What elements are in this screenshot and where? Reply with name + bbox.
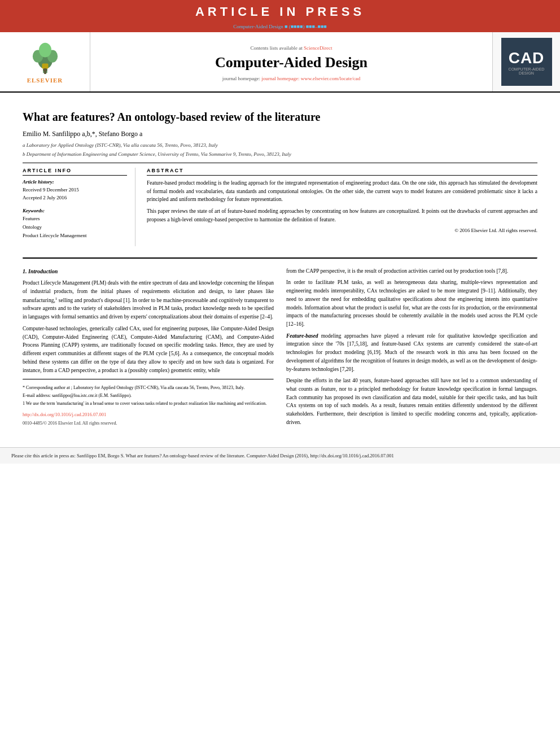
paper-title: What are features? An ontology-based rev… [23, 110, 537, 124]
body-col-right: from the CAPP perspective, it is the res… [286, 267, 537, 430]
footnote-1: 1 We use the term 'manufacturing' in a b… [23, 400, 274, 407]
accepted-date: Accepted 2 July 2016 [23, 194, 127, 202]
body-col2-para1: from the CAPP perspective, it is the res… [286, 267, 537, 276]
divider-1 [23, 163, 537, 163]
abstract-copyright: © 2016 Elsevier Ltd. All rights reserved… [147, 228, 537, 233]
body-col2-para4: Despite the efforts in the last 40 years… [286, 377, 537, 426]
abstract-para-2: This paper reviews the state of art of f… [147, 207, 537, 224]
journal-header: ELSEVIER Contents lists available at Sci… [0, 32, 560, 93]
keyword-2: Ontology [23, 223, 127, 231]
body-col1-para2: Computer-based technologies, generically… [23, 325, 274, 374]
body-col1-para1: Product Lifecycle Management (PLM) deals… [23, 279, 274, 321]
doi-link[interactable]: http://dx.doi.org/10.1016/j.cad.2016.07.… [23, 412, 106, 417]
keyword-3: Product Lifecycle Management [23, 231, 127, 240]
elsevier-logo: ELSEVIER [0, 32, 90, 91]
homepage-line: journal homepage: journal homepage: www.… [222, 76, 360, 81]
affiliations: a Laboratory for Applied Ontology (ISTC-… [23, 142, 537, 158]
body-divider [23, 257, 537, 259]
citation-bar: Please cite this article in press as: Sa… [0, 447, 560, 464]
footnote-divider [23, 379, 274, 380]
svg-point-4 [38, 42, 51, 57]
article-info-column: ARTICLE INFO Article history: Received 9… [23, 168, 135, 246]
footnotes: * Corresponding author at ; Laboratory f… [23, 385, 274, 407]
main-body: 1. Introduction Product Lifecycle Manage… [0, 252, 560, 442]
body-col2-para2: In order to facilitate PLM tasks, as wel… [286, 278, 537, 328]
received-date: Received 9 December 2015 [23, 186, 127, 194]
cad-logo-box: CAD COMPUTER-AIDED DESIGN [492, 32, 560, 91]
affiliation-a: a Laboratory for Applied Ontology (ISTC-… [23, 142, 537, 150]
affiliation-b: b Department of Information Engineering … [23, 151, 537, 159]
authors: Emilio M. Sanfilippo a,b,*, Stefano Borg… [23, 130, 537, 138]
article-history-group: Article history: Received 9 December 201… [23, 179, 127, 202]
body-columns: 1. Introduction Product Lifecycle Manage… [23, 267, 537, 430]
footnote-email: E-mail address: sanfilippo@loa.istc.cnr.… [23, 392, 274, 399]
abstract-text: Feature-based product modeling is the le… [147, 179, 537, 224]
body-col-left: 1. Introduction Product Lifecycle Manage… [23, 267, 274, 430]
homepage-link[interactable]: journal homepage: www.elsevier.com/locat… [261, 76, 360, 81]
history-label: Article history: [23, 179, 127, 185]
copyright-footer: 0010-4485/© 2016 Elsevier Ltd. All right… [23, 420, 274, 427]
elsevier-label: ELSEVIER [27, 77, 63, 84]
abstract-para-1: Feature-based product modeling is the le… [147, 179, 537, 204]
cad-logo: CAD COMPUTER-AIDED DESIGN [501, 38, 552, 86]
svg-rect-7 [44, 71, 46, 74]
citation-text: Please cite this article in press as: Sa… [11, 453, 394, 458]
sciencedirect-line: Contents lists available at ScienceDirec… [251, 45, 333, 51]
banner-subtitle: Computer-Aided Design ■ (■■■■) ■■■–■■■ [0, 24, 560, 32]
paper-content: What are features? An ontology-based rev… [0, 93, 560, 252]
keywords-label: Keywords: [23, 208, 127, 213]
article-info-abstract: ARTICLE INFO Article history: Received 9… [23, 168, 537, 246]
article-info-heading: ARTICLE INFO [23, 168, 127, 176]
keyword-1: Features [23, 215, 127, 223]
section-1-title: 1. Introduction [23, 267, 274, 276]
keywords-list: Features Ontology Product Lifecycle Mana… [23, 215, 127, 241]
journal-center: Contents lists available at ScienceDirec… [90, 32, 492, 91]
footnote-star: * Corresponding author at ; Laboratory f… [23, 385, 274, 391]
article-in-press-banner: ARTICLE IN PRESS [0, 0, 560, 24]
keywords-group: Keywords: Features Ontology Product Life… [23, 208, 127, 241]
body-col2-para3: Feature-based modeling approaches have p… [286, 332, 537, 374]
abstract-heading: ABSTRACT [147, 168, 537, 176]
journal-title: Computer-Aided Design [215, 54, 368, 71]
banner-title: ARTICLE IN PRESS [0, 5, 560, 19]
abstract-column: ABSTRACT Feature-based product modeling … [147, 168, 537, 246]
cad-logo-text: CAD [509, 49, 545, 67]
svg-rect-5 [42, 63, 48, 68]
